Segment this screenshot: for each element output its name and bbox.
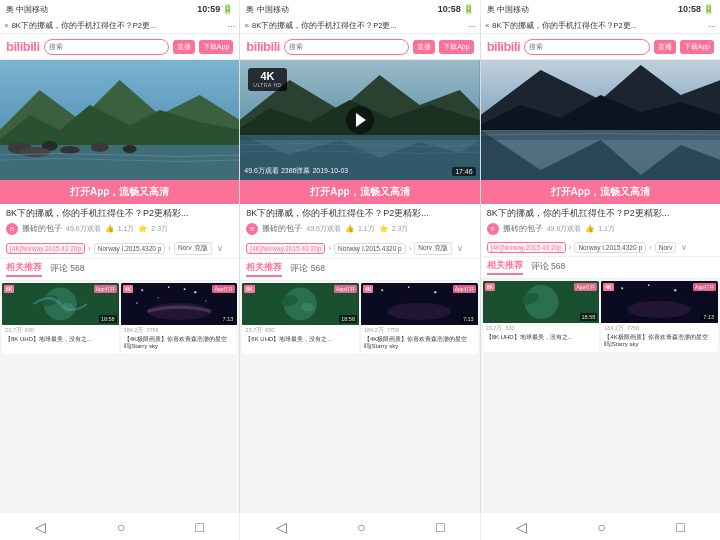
tab-more-3[interactable]: ··· — [708, 21, 716, 31]
home-button-1[interactable]: ○ — [117, 519, 125, 535]
tag-3-1[interactable]: Norway I.2015.4320 p — [574, 242, 646, 253]
tag-3-0[interactable]: [4K]Norway.2015.43 20p — [487, 242, 566, 253]
panels-container: × 8K下的挪威，你的手机扛得住不？P2更... ··· bilibili 直播… — [0, 18, 720, 512]
video-info-2: 8K下的挪威，你的手机扛得住不？P2更精彩... B 搬砖的包子 49.6万观看… — [240, 204, 479, 239]
tag-3-2[interactable]: Norv — [655, 242, 677, 253]
tag-2-0[interactable]: [4K]Norway.2015.43 20p — [246, 243, 325, 254]
tag-expand-3[interactable]: ∨ — [681, 243, 687, 252]
tag-1-1[interactable]: Norway I.2015.4320 p — [94, 243, 166, 254]
play-button-2[interactable] — [346, 106, 374, 134]
thumb-item-2-0[interactable]: 8K App打开 18:58 23.7万 630 【8K UHD】地球最美，没有… — [242, 283, 359, 355]
home-button-2[interactable]: ○ — [357, 519, 365, 535]
rec-tabs-3: 相关推荐 评论 568 — [481, 257, 720, 279]
home-button-3[interactable]: ○ — [597, 519, 605, 535]
back-button-3[interactable]: ◁ — [516, 519, 527, 535]
thumb-img-2-0: 8K App打开 18:58 — [242, 283, 359, 325]
badge-8k-2: 8K — [244, 285, 254, 293]
recent-button-1[interactable]: □ — [196, 519, 204, 535]
svg-point-35 — [408, 286, 410, 288]
battery-icon-2: 🔋 — [463, 4, 474, 14]
badge-app-3-0[interactable]: App打开 — [574, 283, 597, 291]
video-title-2: 8K下的挪威，你的手机扛得住不？P2更精彩... — [246, 208, 473, 220]
open-app-banner-2[interactable]: 打开App，流畅又高清 — [240, 180, 479, 204]
video-duration-2: 17:46 — [452, 167, 476, 176]
rec-tab-1[interactable]: 相关推荐 — [6, 262, 42, 277]
thumb-item-2-1[interactable]: 4K App打开 7:13 184.2万 7756 【4K极限画质】你喜欢青森浩… — [361, 283, 478, 355]
thumb-item-3-1[interactable]: 4K App打开 7:13 184.2万 7756 【4K极限画质】你喜欢青森浩… — [601, 281, 718, 353]
tags-row-3: [4K]Norway.2015.43 20p › Norway I.2015.4… — [481, 239, 720, 257]
likes-2: 1.1万 — [358, 224, 375, 234]
tag-1-2[interactable]: Norv 克版 — [174, 242, 212, 255]
open-app-banner-3[interactable]: 打开App，流畅又高清 — [481, 180, 720, 204]
rec-section-3: 相关推荐 评论 568 8K App打开 18:5 — [481, 257, 720, 512]
bullet-stat-1-0: 630 — [25, 327, 34, 333]
comment-tab-1[interactable]: 评论 568 — [50, 263, 85, 275]
video-thumbnail-1[interactable] — [0, 60, 239, 180]
duration-3-0: 18:58 — [580, 313, 598, 321]
badge-app-1-1[interactable]: App打开 — [212, 285, 235, 293]
download-app-button-2[interactable]: 下载App — [439, 40, 473, 54]
live-button-1[interactable]: 直播 — [173, 40, 195, 54]
search-input-3[interactable] — [524, 39, 649, 55]
tab-close-2[interactable]: × — [244, 21, 249, 30]
badge-app-2-1[interactable]: App打开 — [453, 285, 476, 293]
tag-expand-2[interactable]: ∨ — [457, 244, 463, 253]
view-3-0: 23.7万 — [486, 325, 503, 332]
back-button-2[interactable]: ◁ — [276, 519, 287, 535]
video-thumbnail-2[interactable]: 4K ULTRA HD 49.6万观看 2386弹幕 2019-10-03 17… — [240, 60, 479, 180]
open-app-banner-1[interactable]: 打开App，流畅又高清 — [0, 180, 239, 204]
thumb-item-1-1[interactable]: 4K App打开 7:13 184.2万 7756 【4K极限画质】你喜欢青森浩… — [121, 283, 238, 355]
header-2: bilibili 直播 下载App — [240, 34, 479, 60]
recent-button-2[interactable]: □ — [436, 519, 444, 535]
tag-arrow-2-0: › — [328, 244, 331, 253]
back-button-1[interactable]: ◁ — [35, 519, 46, 535]
badge-app-2-0[interactable]: App打开 — [334, 285, 357, 293]
video-meta-2: B 搬砖的包子 49.6万观看 👍 1.1万 ⭐ 2.3万 — [246, 223, 473, 235]
tag-1-0[interactable]: [4K]Norway.2015.43 20p — [6, 243, 85, 254]
bullet-stat-1-1: 7756 — [146, 327, 158, 333]
tab-more-2[interactable]: ··· — [468, 21, 476, 31]
views-1: 49.6万观看 — [66, 224, 101, 234]
svg-point-49 — [648, 284, 650, 286]
rec-tab-3[interactable]: 相关推荐 — [487, 260, 523, 275]
download-app-button-1[interactable]: 下载App — [199, 40, 233, 54]
download-app-button-3[interactable]: 下载App — [680, 40, 714, 54]
search-input-2[interactable] — [284, 39, 409, 55]
comment-tab-2[interactable]: 评论 568 — [290, 263, 325, 275]
thumb-item-3-0[interactable]: 8K App打开 18:58 23.7万 630 【8K UHD】地球最美，没有… — [483, 281, 600, 353]
app-container: 奥 中国移动 10:59 🔋 奥 中国移动 10:58 🔋 奥 中国移动 10:… — [0, 0, 720, 540]
search-input-1[interactable] — [44, 39, 169, 55]
video-thumbnail-3[interactable] — [481, 60, 720, 180]
duration-1-1: 7:13 — [221, 315, 236, 323]
live-button-3[interactable]: 直播 — [654, 40, 676, 54]
rec-tab-2[interactable]: 相关推荐 — [246, 262, 282, 277]
tag-2-2[interactable]: Norv 克版 — [414, 242, 452, 255]
title-3-1: 【4K极限画质】你喜欢青森浩渺的星空吗|Starry sky — [601, 334, 718, 353]
tag-arrow-3-1: › — [649, 243, 652, 252]
thumb-img-2-1: 4K App打开 7:13 — [361, 283, 478, 325]
tab-title-2: 8K下的挪威，你的手机扛得住不？P2更... — [252, 21, 466, 31]
badge-app-1[interactable]: App打开 — [94, 285, 117, 293]
recent-button-3[interactable]: □ — [676, 519, 684, 535]
panel-2: × 8K下的挪威，你的手机扛得住不？P2更... ··· bilibili 直播… — [240, 18, 480, 512]
tab-close-1[interactable]: × — [4, 21, 9, 30]
tab-close-3[interactable]: × — [485, 21, 490, 30]
live-button-2[interactable]: 直播 — [413, 40, 435, 54]
battery-icon-3: 🔋 — [703, 4, 714, 14]
star-icon-2: ⭐ — [379, 224, 388, 233]
nav-panel-1: ◁ ○ □ — [0, 513, 240, 540]
nav-panel-3: ◁ ○ □ — [481, 513, 720, 540]
svg-point-38 — [387, 303, 451, 320]
tag-2-1[interactable]: Norway I.2015.4320 p — [334, 243, 406, 254]
tag-expand-1[interactable]: ∨ — [217, 244, 223, 253]
star-icon-1: ⭐ — [138, 224, 147, 233]
thumb-img-3-1: 4K App打开 7:13 — [601, 281, 718, 323]
duration-1-0: 18:58 — [99, 315, 117, 323]
thumb-item-1-0[interactable]: 8K App打开 18:58 23.7万 630 【8K UHD】地球最美，没有… — [2, 283, 119, 355]
tab-more-1[interactable]: ··· — [228, 21, 236, 31]
badge-4k-1: 4K — [123, 285, 133, 293]
bullet-2-1: 7756 — [387, 327, 399, 333]
badge-app-3-1[interactable]: App打开 — [693, 283, 716, 291]
comment-tab-3[interactable]: 评论 568 — [531, 261, 566, 273]
bullet-3-1: 7756 — [627, 325, 639, 331]
